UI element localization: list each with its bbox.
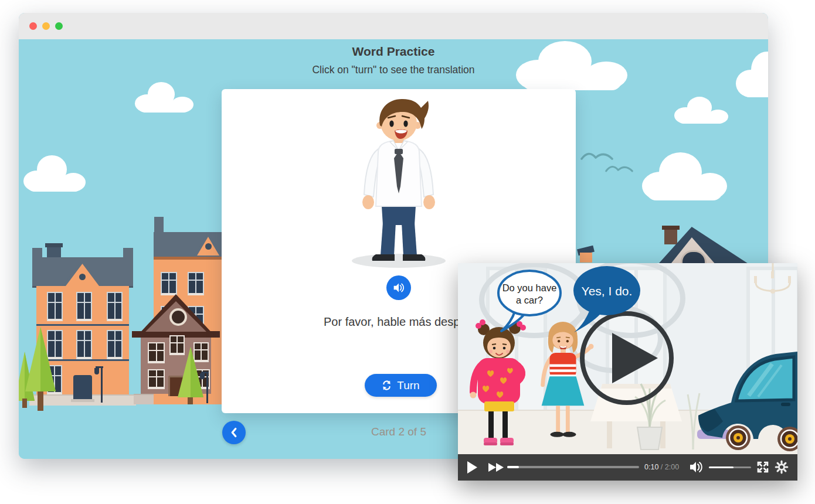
window (76, 330, 92, 359)
settings-button[interactable] (775, 460, 789, 474)
window (193, 342, 209, 362)
gear-icon (776, 461, 787, 473)
screenshot-canvas: Word Practice Click on "turn" to see the… (0, 0, 815, 504)
flashcard-sentence: Por favor, hable más despa (324, 315, 466, 329)
cloud (674, 97, 728, 124)
cloud (642, 152, 727, 200)
bubble-answer-text: Yes, I do. (582, 284, 633, 298)
video-control-bar: 0:10 / 2:00 (458, 454, 797, 481)
cartoon-man-illustration (343, 95, 454, 268)
tree-trunk (38, 390, 43, 411)
bubble-question-line1: Do you have (502, 282, 557, 293)
building-sliver (580, 253, 592, 263)
volume-fill (709, 466, 734, 468)
birds-icon (580, 148, 613, 160)
window (76, 292, 92, 321)
street-lamp (206, 373, 208, 403)
speaker-icon (690, 462, 696, 472)
page-title: Word Practice (19, 45, 768, 59)
time-duration: / 2:00 (658, 463, 679, 471)
chandelier-illustration (750, 263, 796, 314)
volume-slider[interactable] (709, 466, 751, 468)
birds-icon (605, 162, 633, 172)
chimney-cap (662, 226, 680, 230)
round-window (79, 274, 86, 280)
window (107, 292, 123, 321)
bubble-question-line2: a car? (516, 295, 543, 305)
audio-button[interactable] (386, 275, 411, 300)
play-button[interactable] (467, 461, 477, 474)
window (47, 292, 63, 321)
zoom-window-button[interactable] (55, 22, 63, 30)
window (148, 342, 165, 363)
street-lamp-head (200, 373, 205, 379)
speech-bubble-question: Do you have a car? (493, 268, 568, 335)
window (148, 369, 165, 389)
girl-pink-sweater-illustration (466, 319, 532, 447)
building-trim (154, 257, 223, 260)
speech-bubble-answer: Yes, I do. (568, 264, 648, 336)
floor-divider (36, 359, 129, 361)
cloud (135, 82, 193, 113)
video-player-overlay: Do you have a car? Yes, I do. 0:10 / 2:0… (458, 263, 797, 481)
cloud (23, 155, 86, 192)
window (188, 272, 204, 295)
fast-forward-icon (496, 463, 504, 472)
street-lamp-head (94, 368, 99, 374)
video-scene[interactable]: Do you have a car? Yes, I do. (458, 263, 797, 454)
window (169, 335, 185, 355)
fullscreen-button[interactable] (756, 460, 770, 474)
tree-trunk (22, 399, 27, 408)
time-display: 0:10 / 2:00 (644, 463, 679, 471)
volume-button[interactable] (689, 461, 704, 474)
play-icon (612, 333, 658, 383)
floor-divider (36, 324, 129, 326)
street-lamp (101, 367, 103, 403)
window (107, 330, 123, 359)
round-window (169, 308, 187, 326)
refresh-icon (382, 380, 392, 390)
page-subtitle: Click on "turn" to see the translation (19, 64, 768, 76)
progress-bar[interactable] (507, 466, 639, 468)
door-step (71, 399, 94, 402)
turn-button-label: Turn (397, 379, 419, 392)
fast-forward-icon (488, 463, 496, 472)
window-titlebar (19, 13, 768, 40)
car-illustration (697, 344, 797, 451)
expand-arrows-icon (758, 462, 768, 472)
door (73, 375, 92, 401)
close-window-button[interactable] (29, 22, 37, 30)
turn-button[interactable]: Turn (365, 374, 437, 397)
speaker-icon (393, 282, 405, 294)
progress-fill (507, 466, 519, 468)
window (47, 330, 63, 359)
time-current: 0:10 (644, 463, 658, 471)
fast-forward-button[interactable] (488, 463, 505, 472)
window (161, 272, 177, 295)
chimney-cap (45, 243, 63, 247)
minimize-window-button[interactable] (42, 22, 50, 30)
right-house (654, 226, 768, 263)
round-window (205, 243, 212, 250)
